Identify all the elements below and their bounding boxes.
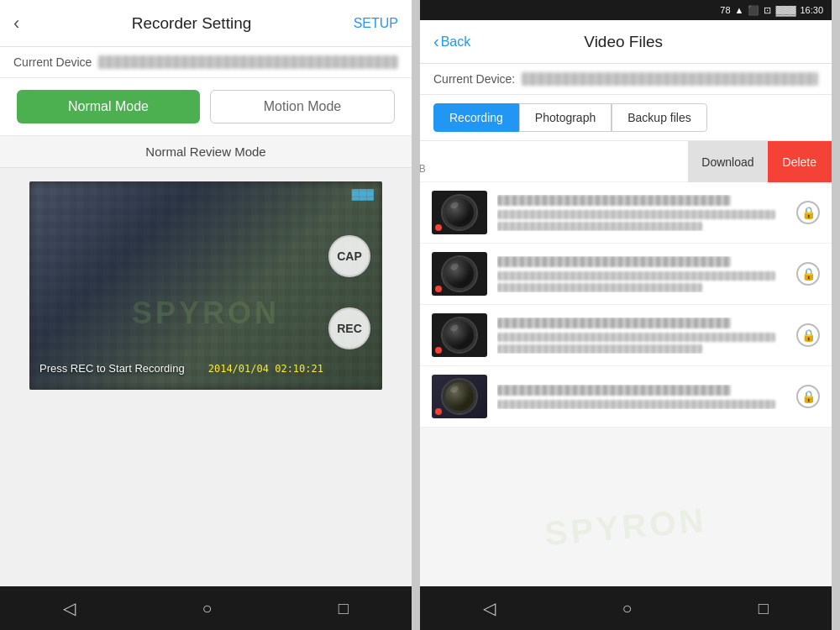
review-mode-label: Normal Review Mode xyxy=(0,136,412,168)
file-info-2 xyxy=(497,256,790,292)
file-name-4 xyxy=(497,385,731,396)
right-device-row: Current Device: xyxy=(420,64,832,95)
status-bar: 78 ▲ ⬛ ⊡ ▓▓▓ 16:30 xyxy=(420,0,832,20)
right-device-name-blur xyxy=(522,72,818,86)
right-nav-recents-icon[interactable]: □ xyxy=(759,599,769,618)
file-info-4 xyxy=(497,385,790,409)
rec-dot-2 xyxy=(435,286,442,292)
lock-icon-3[interactable]: 🔒 xyxy=(796,323,820,347)
left-nav-bar: ◁ ○ □ xyxy=(0,586,412,630)
lens-icon-4 xyxy=(443,380,476,413)
file-detail-4a xyxy=(497,400,775,409)
rec-dot-1 xyxy=(435,224,442,231)
tab-recording[interactable]: Recording xyxy=(433,103,519,132)
nav-recents-icon[interactable]: □ xyxy=(339,599,349,618)
tab-backup-files[interactable]: Backup files xyxy=(612,103,706,132)
device-label: Current Device xyxy=(13,55,92,69)
signal-icon: ▲ xyxy=(735,5,744,15)
left-phone: ‹ Recorder Setting SETUP Current Device … xyxy=(0,0,412,630)
cap-button[interactable]: CAP xyxy=(328,235,370,277)
normal-mode-button[interactable]: Normal Mode xyxy=(17,90,200,123)
first-file-wrapper: MOV 02:09:22 20,3 MB Download Delete xyxy=(420,141,832,182)
file-list: MOV 02:09:22 20,3 MB Download Delete xyxy=(420,141,832,586)
file-detail-2b xyxy=(497,283,702,292)
left-header: ‹ Recorder Setting SETUP xyxy=(0,0,412,47)
rec-dot-4 xyxy=(435,408,442,415)
status-icons: 78 xyxy=(720,5,730,15)
right-phone: 78 ▲ ⬛ ⊡ ▓▓▓ 16:30 ‹ Back Video Files Cu… xyxy=(420,0,832,630)
file-detail-1b xyxy=(497,222,702,231)
thumb-wrap-1 xyxy=(432,191,497,234)
mode-buttons: Normal Mode Motion Mode xyxy=(0,78,412,136)
file-detail-3b xyxy=(497,344,702,354)
thumb-wrap-3 xyxy=(432,313,497,357)
file-item[interactable]: 🔒 xyxy=(420,182,832,244)
lens-icon-2 xyxy=(443,257,476,291)
back-label[interactable]: Back xyxy=(441,34,471,50)
rec-button[interactable]: REC xyxy=(328,307,370,349)
file-item[interactable]: 🔒 xyxy=(420,244,832,305)
pixelated-overlay xyxy=(29,181,382,390)
back-button[interactable]: ‹ Back xyxy=(433,32,470,51)
file-name-3 xyxy=(497,318,731,328)
watermark-right: SPYRON xyxy=(543,501,708,554)
right-page-title: Video Files xyxy=(479,33,768,51)
file-info-1 xyxy=(497,195,790,231)
wifi-icon: ⬛ xyxy=(748,5,759,16)
tab-bar: Recording Photograph Backup files xyxy=(420,95,832,141)
setup-button[interactable]: SETUP xyxy=(354,16,398,31)
right-nav-bar: ◁ ○ □ xyxy=(420,586,832,630)
file-name-1 xyxy=(497,195,731,206)
lens-icon-1 xyxy=(443,196,476,229)
nav-back-icon[interactable]: ◁ xyxy=(63,598,76,618)
right-nav-back-icon[interactable]: ◁ xyxy=(483,598,496,618)
lock-icon-2[interactable]: 🔒 xyxy=(796,262,820,286)
nav-home-icon[interactable]: ○ xyxy=(202,599,212,618)
motion-mode-button[interactable]: Motion Mode xyxy=(210,90,395,123)
page-title: Recorder Setting xyxy=(29,14,353,33)
back-arrow-icon[interactable]: ‹ xyxy=(13,13,19,34)
lens-icon-3 xyxy=(443,318,476,352)
thumb-wrap-2 xyxy=(432,252,497,296)
camera-preview: ▓▓▓ CAP REC Press REC to Start Recording… xyxy=(29,181,382,390)
file-action-buttons: Download Delete xyxy=(688,141,832,182)
tab-photograph[interactable]: Photograph xyxy=(519,103,612,132)
battery-status: ▓▓▓ xyxy=(775,5,795,15)
device-row: Current Device xyxy=(0,47,412,78)
file-detail-3a xyxy=(497,333,775,342)
right-header: ‹ Back Video Files xyxy=(420,20,832,64)
file-item[interactable]: 🔒 xyxy=(420,366,832,428)
lock-icon-4[interactable]: 🔒 xyxy=(796,385,820,408)
file-info-3 xyxy=(497,318,790,354)
battery-icon: ▓▓▓ xyxy=(352,188,374,200)
right-device-label: Current Device: xyxy=(433,72,515,86)
download-button[interactable]: Download xyxy=(688,141,767,182)
timestamp: 2014/01/04 02:10:21 xyxy=(208,363,323,375)
file-item[interactable]: 🔒 xyxy=(420,305,832,366)
file-name-2 xyxy=(497,256,731,267)
file-detail-2a xyxy=(497,271,775,281)
rec-dot-3 xyxy=(435,347,442,354)
lock-icon-1[interactable]: 🔒 xyxy=(796,201,820,224)
camera-status-icon: ⊡ xyxy=(764,5,771,16)
thumb-wrap-4 xyxy=(432,375,497,418)
device-name-blur xyxy=(98,55,398,69)
clock: 16:30 xyxy=(800,5,823,15)
delete-button[interactable]: Delete xyxy=(768,141,832,182)
chevron-icon: ‹ xyxy=(433,32,439,51)
press-rec-text: Press REC to Start Recording xyxy=(39,362,185,375)
file-meta: 02:09:22 20,3 MB xyxy=(420,163,426,175)
right-nav-home-icon[interactable]: ○ xyxy=(622,599,632,618)
file-detail-1a xyxy=(497,210,775,219)
